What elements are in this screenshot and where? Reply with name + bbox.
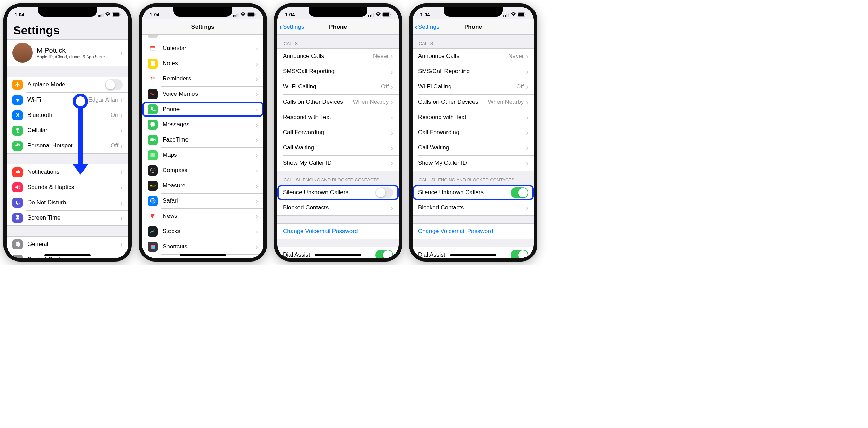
cell-wi-fi-calling[interactable]: Wi-Fi CallingOff› bbox=[277, 79, 399, 94]
cell-show-my-caller-id[interactable]: Show My Caller ID› bbox=[413, 155, 534, 171]
cell-voice-memos[interactable]: Voice Memos› bbox=[142, 86, 263, 102]
cell-blocked-contacts[interactable]: Blocked Contacts› bbox=[413, 200, 534, 215]
cell-blocked-contacts[interactable]: Blocked Contacts› bbox=[277, 200, 399, 215]
section-silence-header: CALL SILENCING AND BLOCKED CONTACTS bbox=[277, 171, 399, 185]
signal-icon bbox=[233, 13, 239, 17]
svg-point-28 bbox=[151, 78, 152, 79]
cell-label: Personal Hotspot bbox=[27, 142, 111, 149]
chevron-icon: › bbox=[391, 52, 393, 60]
cell-label: Messages bbox=[163, 121, 255, 128]
cell-personal-hotspot[interactable]: Personal HotspotOff› bbox=[7, 138, 128, 153]
cell-dial-assist[interactable]: Dial Assist bbox=[413, 247, 534, 258]
svg-rect-56 bbox=[518, 13, 524, 16]
cell-wi-fi[interactable]: Wi-FiEdgar Allan› bbox=[7, 92, 128, 108]
cell-detail: Never bbox=[508, 53, 524, 60]
cell-detail: Off bbox=[381, 83, 389, 90]
cell-cellular[interactable]: Cellular› bbox=[7, 123, 128, 138]
cell-sms-call-reporting[interactable]: SMS/Call Reporting› bbox=[413, 64, 534, 79]
chevron-icon: › bbox=[255, 151, 258, 159]
notch bbox=[309, 7, 367, 17]
svg-rect-3 bbox=[103, 13, 104, 17]
battery-icon bbox=[518, 12, 526, 17]
cell-calls-on-other-devices[interactable]: Calls on Other DevicesWhen Nearby› bbox=[413, 94, 534, 110]
cell-facetime[interactable]: FaceTime› bbox=[142, 132, 263, 147]
cell-show-my-caller-id[interactable]: Show My Caller ID› bbox=[277, 155, 399, 171]
profile-sub: Apple ID, iCloud, iTunes & App Store bbox=[37, 54, 120, 59]
cell-respond-with-text[interactable]: Respond with Text› bbox=[413, 110, 534, 125]
svg-rect-33 bbox=[150, 138, 154, 141]
battery-icon bbox=[112, 12, 121, 17]
cell-safari[interactable]: Safari› bbox=[142, 193, 263, 208]
cell-shortcuts[interactable]: Shortcuts› bbox=[142, 239, 263, 254]
apple-id-cell[interactable]: M Potuck Apple ID, iCloud, iTunes & App … bbox=[7, 40, 128, 66]
chevron-icon: › bbox=[120, 142, 123, 150]
cell-stocks[interactable]: Stocks› bbox=[142, 224, 263, 239]
svg-rect-45 bbox=[370, 15, 371, 17]
cell-calendar[interactable]: Calendar› bbox=[142, 41, 263, 56]
home-indicator[interactable] bbox=[180, 254, 226, 256]
cell-label: Wi-Fi Calling bbox=[283, 83, 381, 90]
cell-label: General bbox=[27, 241, 120, 248]
change-voicemail-password[interactable]: Change Voicemail Password bbox=[277, 224, 399, 239]
toggle[interactable] bbox=[105, 79, 123, 90]
cell-label: Maps bbox=[163, 152, 255, 159]
cell-compass[interactable]: Compass› bbox=[142, 163, 263, 178]
back-button[interactable]: ‹Settings bbox=[415, 23, 439, 31]
cell-label: Announce Calls bbox=[283, 53, 373, 60]
chevron-icon: › bbox=[255, 44, 258, 52]
cell-do-not-disturb[interactable]: Do Not Disturb› bbox=[7, 195, 128, 210]
toggle[interactable] bbox=[511, 250, 528, 258]
cell-phone[interactable]: Phone› bbox=[142, 102, 263, 117]
svg-rect-50 bbox=[390, 14, 391, 15]
svg-rect-1 bbox=[99, 15, 101, 17]
cell-sms-call-reporting[interactable]: SMS/Call Reporting› bbox=[277, 64, 399, 79]
home-indicator[interactable] bbox=[450, 254, 496, 256]
cell-call-forwarding[interactable]: Call Forwarding› bbox=[413, 125, 534, 140]
phone-settings-scroll[interactable]: CALLSAnnounce CallsNever›SMS/Call Report… bbox=[277, 35, 399, 258]
cell-dial-assist[interactable]: Dial Assist bbox=[277, 247, 399, 258]
cell-call-waiting[interactable]: Call Waiting› bbox=[277, 140, 399, 155]
home-indicator[interactable] bbox=[315, 254, 361, 256]
signal-icon bbox=[368, 13, 374, 17]
home-indicator[interactable] bbox=[44, 254, 91, 256]
cell-news[interactable]: News› bbox=[142, 208, 263, 224]
cell-notes[interactable]: Notes› bbox=[142, 56, 263, 71]
section-calls-header: CALLS bbox=[277, 35, 399, 48]
phone-settings-scroll[interactable]: CALLSAnnounce CallsNever›SMS/Call Report… bbox=[413, 35, 534, 258]
cell-call-waiting[interactable]: Call Waiting› bbox=[413, 140, 534, 155]
cell-reminders[interactable]: Reminders› bbox=[142, 71, 263, 86]
cell-silence-unknown-callers[interactable]: Silence Unknown Callers bbox=[277, 185, 399, 200]
back-button[interactable]: ‹Settings bbox=[279, 23, 304, 31]
cell-contacts[interactable]: Contacts› bbox=[142, 35, 263, 41]
svg-rect-20 bbox=[255, 14, 256, 15]
toggle[interactable] bbox=[375, 250, 393, 258]
notch bbox=[38, 7, 97, 17]
settings-scroll[interactable]: Contacts›Calendar›Notes›Reminders›Voice … bbox=[142, 35, 263, 258]
cell-sounds-haptics[interactable]: Sounds & Haptics› bbox=[7, 180, 128, 195]
cell-announce-calls[interactable]: Announce CallsNever› bbox=[413, 49, 534, 64]
cell-calls-on-other-devices[interactable]: Calls on Other DevicesWhen Nearby› bbox=[277, 94, 399, 110]
chevron-icon: › bbox=[120, 256, 123, 258]
cell-notifications[interactable]: Notifications› bbox=[7, 164, 128, 180]
svg-rect-17 bbox=[238, 13, 239, 17]
toggle[interactable] bbox=[375, 187, 393, 198]
cell-measure[interactable]: Measure› bbox=[142, 178, 263, 193]
cell-airplane-mode[interactable]: Airplane Mode bbox=[7, 77, 128, 92]
cell-screen-time[interactable]: Screen Time› bbox=[7, 210, 128, 225]
cell-announce-calls[interactable]: Announce CallsNever› bbox=[277, 49, 399, 64]
cell-silence-unknown-callers[interactable]: Silence Unknown Callers bbox=[413, 185, 534, 200]
cell-call-forwarding[interactable]: Call Forwarding› bbox=[277, 125, 399, 140]
cell-maps[interactable]: Maps› bbox=[142, 147, 263, 163]
chevron-icon: › bbox=[526, 204, 528, 212]
cell-respond-with-text[interactable]: Respond with Text› bbox=[277, 110, 399, 125]
phone-2: 1:04 Settings Contacts›Calendar›Notes›Re… bbox=[139, 3, 267, 262]
change-voicemail-password[interactable]: Change Voicemail Password bbox=[413, 224, 534, 239]
toggle[interactable] bbox=[511, 187, 528, 198]
svg-point-10 bbox=[16, 258, 17, 258]
cell-bluetooth[interactable]: BluetoothOn› bbox=[7, 108, 128, 123]
cell-detail: Off bbox=[111, 142, 118, 149]
settings-scroll[interactable]: Settings M Potuck Apple ID, iCloud, iTun… bbox=[7, 19, 128, 258]
cell-general[interactable]: General› bbox=[7, 237, 128, 252]
cell-messages[interactable]: Messages› bbox=[142, 117, 263, 132]
cell-wi-fi-calling[interactable]: Wi-Fi CallingOff› bbox=[413, 79, 534, 94]
